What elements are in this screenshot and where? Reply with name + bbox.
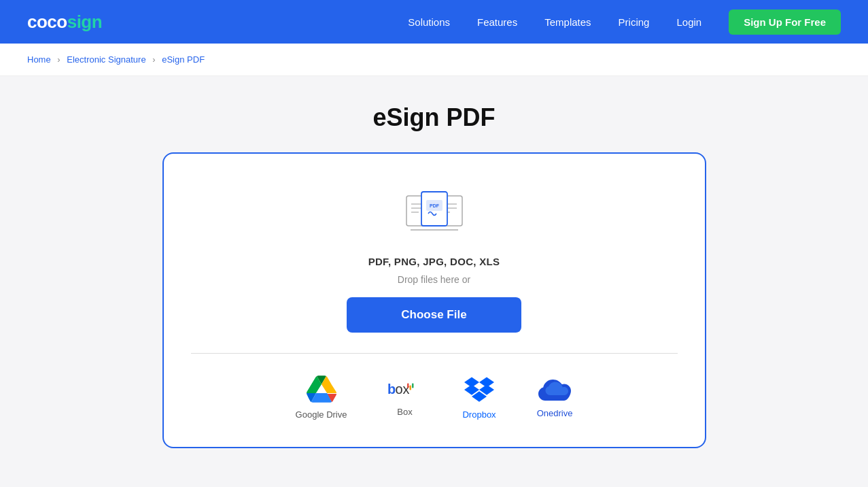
box-service[interactable]: b ox Box bbox=[387, 377, 421, 417]
breadcrumb-sep-1: › bbox=[57, 54, 60, 65]
choose-file-button[interactable]: Choose File bbox=[347, 297, 521, 333]
svg-rect-14 bbox=[407, 384, 409, 388]
google-drive-service[interactable]: Google Drive bbox=[296, 374, 347, 420]
drop-text: Drop files here or bbox=[398, 274, 470, 285]
file-illustration: PDF bbox=[404, 188, 465, 242]
logo-sign: sign bbox=[67, 12, 102, 33]
logo-coco: coco bbox=[27, 12, 67, 33]
dropbox-label: Dropbox bbox=[462, 409, 496, 420]
nav-pricing[interactable]: Pricing bbox=[619, 16, 650, 28]
nav-features[interactable]: Features bbox=[477, 16, 517, 28]
main-content: eSign PDF PDF bbox=[0, 76, 868, 475]
nav-templates[interactable]: Templates bbox=[544, 16, 591, 28]
breadcrumb-home[interactable]: Home bbox=[27, 54, 51, 65]
breadcrumb: Home › Electronic Signature › eSign PDF bbox=[0, 44, 868, 76]
svg-rect-15 bbox=[410, 386, 412, 390]
logo[interactable]: cocosign bbox=[27, 12, 102, 33]
svg-text:PDF: PDF bbox=[430, 203, 440, 208]
google-drive-label: Google Drive bbox=[296, 409, 347, 420]
nav-links: Solutions Features Templates Pricing Log… bbox=[408, 10, 841, 35]
svg-text:b: b bbox=[387, 382, 396, 397]
onedrive-label: Onedrive bbox=[537, 408, 573, 418]
page-title: eSign PDF bbox=[372, 103, 495, 132]
dropbox-service[interactable]: Dropbox bbox=[462, 374, 496, 420]
nav-solutions[interactable]: Solutions bbox=[408, 16, 450, 28]
box-label: Box bbox=[397, 407, 412, 417]
navbar: cocosign Solutions Features Templates Pr… bbox=[0, 0, 868, 44]
onedrive-service[interactable]: Onedrive bbox=[537, 375, 573, 418]
divider bbox=[191, 353, 678, 354]
upload-card: PDF PDF, PNG, JPG, DOC, XLS Drop files h… bbox=[162, 152, 706, 448]
svg-rect-16 bbox=[412, 384, 414, 388]
breadcrumb-sep-2: › bbox=[152, 54, 155, 65]
breadcrumb-current: eSign PDF bbox=[162, 54, 205, 65]
nav-login[interactable]: Login bbox=[676, 16, 701, 28]
cloud-services: Google Drive b ox Box bbox=[296, 374, 573, 420]
file-formats: PDF, PNG, JPG, DOC, XLS bbox=[368, 256, 500, 267]
breadcrumb-electronic-signature[interactable]: Electronic Signature bbox=[67, 54, 145, 65]
signup-button[interactable]: Sign Up For Free bbox=[729, 10, 841, 35]
